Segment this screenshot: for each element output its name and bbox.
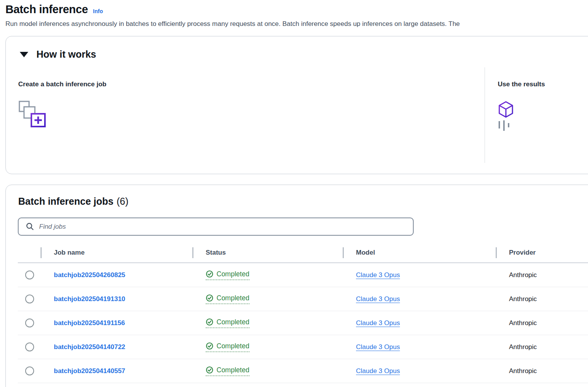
row-radio-button[interactable] [25,342,34,351]
create-job-title: Create a batch inference job [18,80,460,88]
job-name-link[interactable]: batchjob202504191156 [54,319,125,327]
info-link[interactable]: Info [93,8,103,14]
how-it-works-expander[interactable]: How it works [20,49,96,60]
check-circle-icon [206,366,213,374]
jobs-panel-title: Batch inference jobs(6) [18,196,128,207]
search-icon [26,223,34,231]
jobs-table: Job name Status Model Provider batchjob2… [18,243,588,383]
status-badge[interactable]: Completed [206,342,249,352]
use-results-title: Use the results [498,80,588,88]
how-it-works-card: How it works Create a batch inference jo… [5,36,588,174]
jobs-panel: Batch inference jobs(6) Job name Status … [5,185,588,387]
row-radio-button[interactable] [25,319,34,327]
job-name-cell: batchjob202504140557 [41,367,193,375]
model-cell: Claude 3 Opus [343,271,496,279]
page-header: Batch inference Info [5,3,588,16]
column-header-job-name: Job name [41,243,193,262]
status-badge[interactable]: Completed [206,294,249,304]
status-cell: Completed [193,342,343,352]
job-name-link[interactable]: batchjob202504260825 [54,271,125,279]
status-cell: Completed [193,294,343,304]
model-link[interactable]: Claude 3 Opus [356,367,400,375]
status-text: Completed [217,270,249,278]
status-cell: Completed [193,270,343,280]
column-header-status: Status [193,243,343,262]
status-cell: Completed [193,366,343,376]
selection-column-header [18,243,41,262]
selection-cell [18,319,41,327]
provider-text: Anthropic [496,295,588,303]
job-name-cell: batchjob202504140722 [41,343,193,351]
job-name-link[interactable]: batchjob202504140557 [54,367,125,375]
status-badge[interactable]: Completed [206,318,249,328]
check-circle-icon [206,342,213,350]
model-link[interactable]: Claude 3 Opus [356,295,400,303]
search-input[interactable] [39,218,413,235]
table-row: batchjob202504191310 Completed Claude 3 … [18,287,588,311]
model-link[interactable]: Claude 3 Opus [356,319,400,327]
selection-cell [18,271,41,279]
table-row: batchjob202504140557 Completed Claude 3 … [18,359,588,383]
caret-down-icon [20,52,28,57]
use-results-column: Use the results Use the batch inference [498,80,588,132]
model-cell: Claude 3 Opus [343,319,496,327]
provider-text: Anthropic [496,343,588,351]
job-name-cell: batchjob202504191310 [41,295,193,303]
jobs-search-box[interactable] [18,217,414,236]
provider-text: Anthropic [496,271,588,279]
create-job-icon [18,100,46,128]
row-radio-button[interactable] [25,295,34,303]
job-name-link[interactable]: batchjob202504191310 [54,295,125,303]
job-name-link[interactable]: batchjob202504140722 [54,343,125,351]
check-circle-icon [206,294,213,302]
model-cell: Claude 3 Opus [343,343,496,351]
check-circle-icon [206,318,213,326]
status-text: Completed [217,294,249,302]
table-row: batchjob202504191156 Completed Claude 3 … [18,311,588,335]
job-name-cell: batchjob202504260825 [41,271,193,279]
how-it-works-title: How it works [36,49,96,60]
table-header-row: Job name Status Model Provider [18,243,588,263]
column-divider [485,67,485,163]
selection-cell [18,342,41,351]
row-radio-button[interactable] [25,366,34,375]
column-header-provider: Provider [496,243,588,262]
model-link[interactable]: Claude 3 Opus [356,271,400,279]
selection-cell [18,366,41,375]
status-badge[interactable]: Completed [206,366,249,376]
model-cell: Claude 3 Opus [343,295,496,303]
provider-text: Anthropic [496,319,588,327]
model-cell: Claude 3 Opus [343,367,496,375]
table-body: batchjob202504260825 Completed Claude 3 … [18,263,588,383]
table-row: batchjob202504140722 Completed Claude 3 … [18,335,588,359]
status-text: Completed [217,342,249,350]
page-description: Run model inferences asynchronously in b… [5,20,588,28]
status-text: Completed [217,318,249,326]
jobs-title-text: Batch inference jobs [18,196,113,207]
row-radio-button[interactable] [25,271,34,279]
page-title: Batch inference [5,3,88,16]
provider-text: Anthropic [496,367,588,375]
selection-cell [18,295,41,303]
status-text: Completed [217,366,249,374]
table-row: batchjob202504260825 Completed Claude 3 … [18,263,588,287]
status-badge[interactable]: Completed [206,270,249,280]
results-cube-icon [498,101,514,118]
check-circle-icon [206,270,213,278]
column-header-model: Model [343,243,496,262]
create-job-column: Create a batch inference job To create a… [18,80,460,128]
model-link[interactable]: Claude 3 Opus [356,343,400,351]
jobs-count: (6) [117,196,129,207]
status-cell: Completed [193,318,343,328]
job-name-cell: batchjob202504191156 [41,319,193,327]
data-streams-icon [498,120,511,132]
